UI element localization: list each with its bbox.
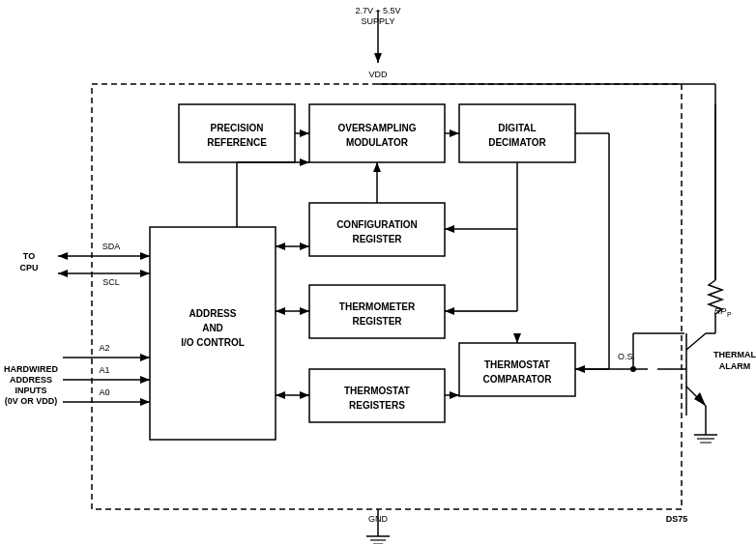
svg-marker-16 xyxy=(140,376,150,384)
svg-marker-41 xyxy=(276,243,285,250)
address-io-label1: ADDRESS xyxy=(189,308,237,319)
svg-marker-50 xyxy=(450,391,459,399)
diagram-container: 2.7V – 5.5V SUPPLY VDD GND DS75 TO CPU S… xyxy=(0,0,756,544)
rp-subscript: P xyxy=(727,311,732,318)
svg-marker-45 xyxy=(300,307,309,315)
hardwired-label1: HARDWIRED xyxy=(4,364,58,374)
svg-line-63 xyxy=(686,333,706,350)
svg-marker-18 xyxy=(140,398,150,406)
scl-label: SCL xyxy=(102,277,120,287)
thermometer-reg-label2: REGISTER xyxy=(352,316,402,327)
svg-rect-21 xyxy=(309,104,445,162)
svg-marker-12 xyxy=(58,270,68,277)
svg-marker-28 xyxy=(300,129,309,137)
hardwired-label3: INPUTS xyxy=(15,386,46,395)
thermal-alarm-label1: THERMAL xyxy=(713,350,756,359)
thermometer-reg-label1: THERMOMETER xyxy=(339,301,416,312)
thermostat-reg-label1: THERMOSTAT xyxy=(344,386,410,396)
svg-marker-11 xyxy=(140,270,150,277)
svg-rect-19 xyxy=(150,227,276,440)
svg-marker-42 xyxy=(300,243,309,250)
svg-marker-9 xyxy=(58,252,68,260)
address-io-label3: I/O CONTROL xyxy=(181,337,245,348)
config-reg-label2: REGISTER xyxy=(352,234,402,244)
ds75-label: DS75 xyxy=(666,514,688,524)
svg-rect-20 xyxy=(179,104,295,162)
address-io-label2: AND xyxy=(202,323,223,333)
svg-marker-8 xyxy=(140,252,150,260)
to-cpu-label: TO xyxy=(23,251,35,261)
svg-marker-48 xyxy=(300,391,309,399)
a1-label: A1 xyxy=(99,365,109,375)
precision-ref-label2: REFERENCE xyxy=(207,137,267,148)
svg-marker-65 xyxy=(694,392,706,406)
supply-label: 2.7V – 5.5V xyxy=(355,6,400,15)
vdd-label: VDD xyxy=(368,70,388,79)
config-reg-label1: CONFIGURATION xyxy=(336,219,418,230)
hardwired-label2: ADDRESS xyxy=(10,375,52,385)
svg-marker-33 xyxy=(445,225,454,233)
sda-label: SDA xyxy=(102,242,121,251)
oversampling-label1: OVERSAMPLING xyxy=(337,123,416,133)
svg-marker-1 xyxy=(374,53,382,63)
svg-marker-30 xyxy=(450,129,459,137)
thermal-alarm-label2: ALARM xyxy=(719,361,751,371)
thermostat-comp-label2: COMPARATOR xyxy=(482,374,552,385)
supply-label2: SUPPLY xyxy=(362,16,395,26)
svg-marker-44 xyxy=(276,307,285,315)
thermostat-comp-label1: THERMOSTAT xyxy=(484,359,550,370)
svg-marker-47 xyxy=(276,391,285,399)
svg-marker-14 xyxy=(140,354,150,361)
digital-dec-label1: DIGITAL xyxy=(498,123,536,133)
svg-rect-22 xyxy=(459,104,575,162)
svg-marker-80 xyxy=(373,162,381,172)
thermostat-reg-label2: REGISTERS xyxy=(349,400,405,411)
hardwired-label4: (0V OR VDD) xyxy=(5,396,58,406)
digital-dec-label2: DECIMATOR xyxy=(488,137,546,148)
oversampling-label2: MODULATOR xyxy=(346,137,409,148)
a0-label: A0 xyxy=(99,387,109,397)
svg-marker-52 xyxy=(513,333,521,343)
cpu-label: CPU xyxy=(19,263,38,272)
svg-marker-39 xyxy=(300,158,309,166)
a2-label: A2 xyxy=(99,343,109,353)
precision-ref-label1: PRECISION xyxy=(210,123,263,133)
